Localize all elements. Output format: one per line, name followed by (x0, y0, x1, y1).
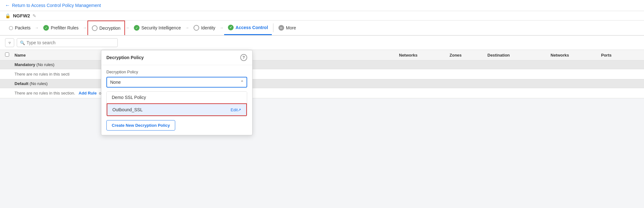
nav-separator (273, 23, 273, 32)
packets-icon: ◯ (9, 26, 13, 30)
nav-item-identity[interactable]: Identity (190, 21, 219, 35)
dropdown-body: Decryption Policy ⌃ Demo SSL Policy Outb… (101, 65, 252, 135)
edit-outbound-ssl-link[interactable]: Edit↗ (231, 107, 241, 112)
nav-identity-label: Identity (201, 25, 215, 30)
create-btn-wrapper: Create New Decryption Policy (106, 120, 247, 131)
decryption-policy-dropdown: Decryption Policy ? Decryption Policy ⌃ … (101, 50, 253, 135)
dropdown-list: Demo SSL Policy Outbound_SSL Edit↗ (106, 91, 247, 116)
list-item-outbound-ssl[interactable]: Outbound_SSL Edit↗ (107, 103, 247, 116)
arrow-2: → (83, 26, 87, 30)
security-intelligence-status-icon: ✓ (134, 25, 140, 31)
nav-security-intelligence-label: Security Intelligence (141, 25, 181, 30)
nav-packets-label: Packets (15, 25, 31, 30)
mandatory-empty-text: There are no rules in this secti (15, 72, 69, 76)
nav-item-security-intelligence[interactable]: ✓ Security Intelligence (130, 21, 185, 35)
add-rule-link[interactable]: Add Rule (79, 91, 97, 95)
policy-select-input[interactable] (106, 77, 247, 88)
default-rules-count: (No rules) (30, 81, 48, 86)
nav-tabs: ◯ Packets → ✓ Prefilter Rules → Decrypti… (0, 21, 644, 36)
lock-icon: 🔒 (5, 13, 10, 18)
help-icon[interactable]: ? (240, 54, 247, 61)
nav-item-decryption[interactable]: Decryption (87, 21, 125, 35)
header-name: Name (15, 53, 103, 58)
header-ports: Ports (601, 53, 639, 58)
default-label: Default (15, 81, 28, 86)
outbound-ssl-label: Outbound_SSL (112, 107, 143, 112)
main-content: Name Surce Networks Zones Destination Ne… (0, 50, 644, 98)
back-link[interactable]: ← Return to Access Control Policy Manage… (5, 3, 101, 8)
header-src-networks: Networks (399, 53, 450, 58)
access-control-status-icon: ✓ (228, 25, 234, 30)
decryption-status-icon (92, 25, 98, 31)
nav-item-prefilter[interactable]: ✓ Prefilter Rules (39, 21, 82, 35)
arrow-1: → (35, 26, 39, 30)
mandatory-section-header: Mandatory (No rules) (0, 60, 644, 69)
dropdown-title: Decryption Policy (106, 55, 144, 60)
nav-prefilter-label: Prefilter Rules (51, 25, 79, 30)
default-section-header: Default (No rules) (0, 79, 644, 88)
nav-access-control-label: Access Control (236, 25, 268, 30)
table-header: Name Surce Networks Zones Destination Ne… (0, 50, 644, 60)
header-destination: Destination (487, 53, 551, 58)
arrow-5: → (220, 26, 224, 30)
nav-more-label: More (286, 25, 296, 30)
dropdown-select-wrapper: ⌃ (106, 77, 247, 88)
search-icon: 🔍 (20, 40, 25, 45)
filter-button[interactable]: ▿ (5, 38, 14, 47)
default-empty-text: There are no rules in this section. (15, 91, 75, 95)
nav-decryption-label: Decryption (99, 26, 121, 31)
dropdown-header: Decryption Policy ? (101, 50, 252, 65)
arrow-4: → (185, 26, 189, 30)
toolbar: ▿ 🔍 (0, 36, 644, 50)
select-all-checkbox[interactable] (5, 52, 9, 57)
list-item-demo-ssl[interactable]: Demo SSL Policy (107, 92, 247, 103)
identity-status-icon (194, 25, 199, 31)
create-new-decryption-policy-button[interactable]: Create New Decryption Policy (106, 120, 175, 131)
edit-device-icon[interactable]: ✎ (33, 13, 36, 18)
back-link-label: Return to Access Control Policy Manageme… (12, 3, 101, 8)
nav-item-packets[interactable]: ◯ Packets (5, 21, 34, 35)
mandatory-rules-count: (No rules) (36, 62, 54, 67)
device-row: 🔒 NGFW2 ✎ (0, 11, 644, 21)
header-dest-networks: Networks (551, 53, 601, 58)
mandatory-empty-row: There are no rules in this secti (0, 69, 644, 79)
nav-item-access-control[interactable]: ✓ Access Control (224, 21, 272, 35)
arrow-3: → (126, 26, 129, 30)
back-arrow-icon: ← (5, 3, 10, 8)
header-src-zones: Zones (450, 53, 487, 58)
demo-ssl-label: Demo SSL Policy (112, 95, 146, 100)
more-status-icon: •• (278, 25, 284, 31)
dropdown-label: Decryption Policy (106, 70, 247, 74)
mandatory-label: Mandatory (15, 62, 35, 67)
default-empty-row: There are no rules in this section. Add … (0, 88, 644, 98)
header-checkbox-col (5, 52, 15, 58)
prefilter-status-icon: ✓ (43, 25, 49, 31)
nav-item-more[interactable]: •• More (275, 21, 300, 35)
top-bar: ← Return to Access Control Policy Manage… (0, 0, 644, 11)
device-name: NGFW2 (13, 13, 30, 18)
search-wrapper: 🔍 (17, 38, 118, 47)
search-input[interactable] (17, 38, 118, 47)
